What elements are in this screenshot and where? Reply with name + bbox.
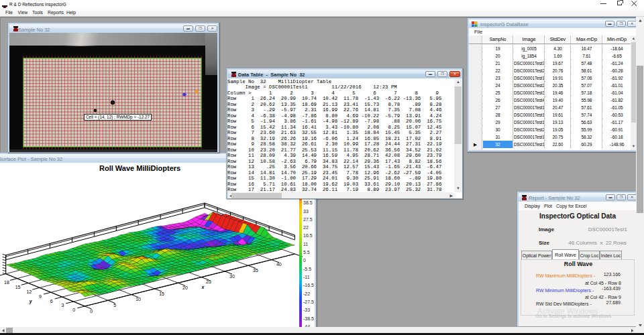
svg-text:0: 0: [90, 309, 93, 314]
svg-text:35: 35: [253, 268, 258, 273]
svg-text:20: 20: [182, 285, 188, 290]
svg-text:10: 10: [136, 297, 141, 302]
svg-text:15: 15: [15, 285, 21, 289]
svg-text:5: 5: [113, 303, 116, 308]
svg-text:6: 6: [50, 299, 53, 304]
svg-text:9: 9: [39, 294, 42, 299]
svg-text:25: 25: [206, 279, 211, 284]
svg-text:0: 0: [72, 308, 75, 312]
svg-text:30: 30: [229, 274, 235, 279]
svg-text:40: 40: [276, 262, 282, 267]
svg-text:x: x: [201, 285, 205, 289]
svg-text:3: 3: [61, 303, 64, 308]
svg-text:18: 18: [4, 280, 9, 285]
svg-text:y: y: [29, 299, 33, 304]
svg-text:15: 15: [159, 291, 164, 296]
svg-text:12: 12: [26, 289, 32, 294]
